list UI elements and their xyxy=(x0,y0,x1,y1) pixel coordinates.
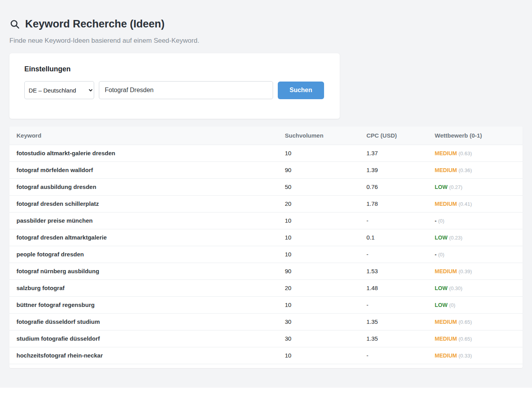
table-row: fotograf dresden altmarktgalerie 10 0.1 … xyxy=(9,229,523,246)
competition-label: MEDIUM xyxy=(435,319,457,325)
keyword-cell: fotograf nürnberg ausbildung xyxy=(9,263,285,280)
settings-heading: Einstellungen xyxy=(24,65,325,73)
cpc-cell: - xyxy=(366,246,435,263)
cpc-cell: 1.39 xyxy=(366,162,435,178)
competition-cell: MEDIUM(0.39) xyxy=(435,263,523,280)
content-area: Keyword Recherche (Ideen) Finde neue Key… xyxy=(0,0,532,381)
competition-score: (0) xyxy=(438,252,445,258)
col-header-competition: Wettbewerb (0-1) xyxy=(435,127,523,145)
competition-cell: MEDIUM(0.36) xyxy=(435,162,523,178)
competition-score: (0.33) xyxy=(459,353,472,359)
competition-label: MEDIUM xyxy=(435,352,457,359)
volume-cell: 10 xyxy=(285,246,366,263)
search-icon xyxy=(9,19,20,29)
cpc-cell: 1.35 xyxy=(366,313,435,330)
seed-keyword-input[interactable] xyxy=(99,81,273,99)
keyword-cell: passbilder preise münchen xyxy=(9,212,285,229)
competition-label: MEDIUM xyxy=(435,150,457,156)
competition-score: (0.65) xyxy=(459,336,472,342)
results-table: Keyword Suchvolumen CPC (USD) Wettbewerb… xyxy=(9,127,523,364)
col-header-cpc: CPC (USD) xyxy=(366,127,435,145)
competition-label: MEDIUM xyxy=(435,336,457,342)
competition-cell: LOW(0) xyxy=(435,296,523,313)
table-row: studium fotografie düsseldorf 30 1.35 ME… xyxy=(9,330,523,347)
table-row: fotograf mörfelden walldorf 90 1.39 MEDI… xyxy=(9,162,523,178)
keyword-cell: fotograf ausbildung dresden xyxy=(9,178,285,195)
cpc-cell: 1.48 xyxy=(366,280,435,296)
keyword-cell: büttner fotograf regensburg xyxy=(9,296,285,313)
competition-cell: LOW(0.30) xyxy=(435,280,523,296)
cpc-cell: 1.78 xyxy=(366,195,435,212)
competition-label: LOW xyxy=(435,285,448,291)
keyword-cell: fotograf dresden altmarktgalerie xyxy=(9,229,285,246)
competition-score: (0.63) xyxy=(459,151,472,156)
competition-label: LOW xyxy=(435,302,448,308)
table-row: büttner fotograf regensburg 10 - LOW(0) xyxy=(9,296,523,313)
competition-score: (0.41) xyxy=(459,201,472,207)
volume-cell: 10 xyxy=(285,145,366,162)
competition-score: (0) xyxy=(438,218,445,224)
keyword-cell: salzburg fotograf xyxy=(9,280,285,296)
competition-cell: LOW(0.23) xyxy=(435,229,523,246)
volume-cell: 10 xyxy=(285,229,366,246)
competition-label: LOW xyxy=(435,184,448,190)
cpc-cell: 1.37 xyxy=(366,145,435,162)
table-row: fotografie düsseldorf studium 30 1.35 ME… xyxy=(9,313,523,330)
volume-cell: 10 xyxy=(285,347,366,364)
keyword-cell: fotograf mörfelden walldorf xyxy=(9,162,285,178)
competition-cell: MEDIUM(0.41) xyxy=(435,195,523,212)
settings-card: Einstellungen DE – Deutschland Suchen xyxy=(9,53,340,119)
keyword-cell: fotograf dresden schillerplatz xyxy=(9,195,285,212)
competition-cell: MEDIUM(0.65) xyxy=(435,313,523,330)
competition-label: MEDIUM xyxy=(435,268,457,274)
cpc-cell: - xyxy=(366,296,435,313)
cpc-cell: - xyxy=(366,212,435,229)
table-row: passbilder preise münchen 10 - -(0) xyxy=(9,212,523,229)
page-header: Keyword Recherche (Ideen) Finde neue Key… xyxy=(9,18,523,45)
competition-label: MEDIUM xyxy=(435,201,457,207)
table-row: fotostudio altmarkt-galerie dresden 10 1… xyxy=(9,145,523,162)
table-row: fotograf ausbildung dresden 50 0.76 LOW(… xyxy=(9,178,523,195)
competition-score: (0) xyxy=(449,302,455,308)
competition-cell: MEDIUM(0.65) xyxy=(435,330,523,347)
volume-cell: 30 xyxy=(285,330,366,347)
competition-label: - xyxy=(435,251,437,258)
volume-cell: 20 xyxy=(285,195,366,212)
settings-controls: DE – Deutschland Suchen xyxy=(24,81,325,99)
competition-score: (0.27) xyxy=(449,184,463,190)
cpc-cell: - xyxy=(366,347,435,364)
keyword-cell: fotografie düsseldorf studium xyxy=(9,313,285,330)
competition-cell: MEDIUM(0.33) xyxy=(435,347,523,364)
page-title: Keyword Recherche (Ideen) xyxy=(25,18,165,30)
table-row: people fotograf dresden 10 - -(0) xyxy=(9,246,523,263)
search-button[interactable]: Suchen xyxy=(278,82,324,99)
keyword-cell: people fotograf dresden xyxy=(9,246,285,263)
competition-score: (0.65) xyxy=(459,319,472,325)
competition-label: LOW xyxy=(435,234,448,241)
country-select[interactable]: DE – Deutschland xyxy=(24,81,94,99)
competition-score: (0.36) xyxy=(459,167,472,173)
competition-score: (0.23) xyxy=(449,235,463,241)
volume-cell: 30 xyxy=(285,313,366,330)
keyword-cell: hochzeitsfotograf rhein-neckar xyxy=(9,347,285,364)
volume-cell: 20 xyxy=(285,280,366,296)
volume-cell: 50 xyxy=(285,178,366,195)
table-row: salzburg fotograf 20 1.48 LOW(0.30) xyxy=(9,280,523,296)
keyword-cell: fotostudio altmarkt-galerie dresden xyxy=(9,145,285,162)
competition-score: (0.30) xyxy=(449,285,463,291)
cpc-cell: 0.1 xyxy=(366,229,435,246)
keyword-cell: studium fotografie düsseldorf xyxy=(9,330,285,347)
table-row: fotograf dresden schillerplatz 20 1.78 M… xyxy=(9,195,523,212)
page: Keyword Recherche (Ideen) Finde neue Key… xyxy=(0,0,532,412)
cpc-cell: 1.35 xyxy=(366,330,435,347)
table-header-row: Keyword Suchvolumen CPC (USD) Wettbewerb… xyxy=(9,127,523,145)
col-header-keyword: Keyword xyxy=(9,127,285,145)
volume-cell: 90 xyxy=(285,263,366,280)
col-header-volume: Suchvolumen xyxy=(285,127,366,145)
volume-cell: 10 xyxy=(285,296,366,313)
competition-label: MEDIUM xyxy=(435,167,457,173)
competition-cell: MEDIUM(0.63) xyxy=(435,145,523,162)
competition-cell: -(0) xyxy=(435,246,523,263)
footer-bar xyxy=(0,388,532,412)
volume-cell: 10 xyxy=(285,212,366,229)
